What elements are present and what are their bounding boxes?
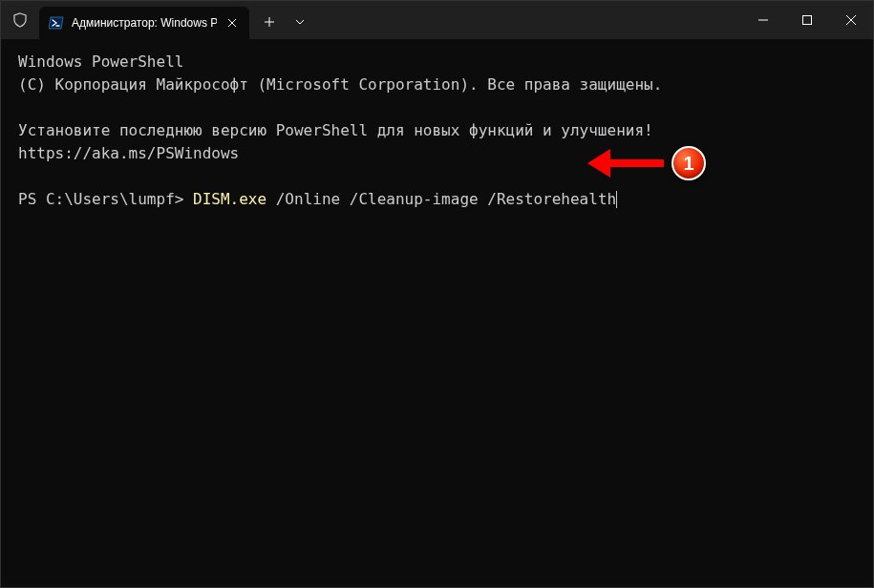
- command-executable: DISM.exe: [193, 190, 266, 208]
- terminal-content[interactable]: Windows PowerShell (C) Корпорация Майкро…: [1, 39, 873, 222]
- tab-powershell[interactable]: Администратор: Windows Po: [39, 7, 249, 39]
- prompt-text: PS C:\Users\lumpf>: [18, 190, 193, 208]
- titlebar-left: Администратор: Windows Po: [1, 1, 741, 39]
- blank-line: [18, 96, 856, 119]
- tab-title: Администратор: Windows Po: [72, 16, 217, 30]
- new-tab-button[interactable]: [253, 6, 286, 38]
- tab-dropdown-button[interactable]: [286, 6, 314, 38]
- terminal-output-line: Windows PowerShell: [18, 51, 856, 74]
- minimize-button[interactable]: [741, 1, 785, 39]
- app-shield-icon: [1, 1, 39, 39]
- cursor: [616, 191, 617, 208]
- titlebar: Администратор: Windows Po: [1, 1, 873, 39]
- window-controls: [741, 1, 873, 39]
- powershell-icon: [49, 15, 64, 31]
- terminal-prompt-line: PS C:\Users\lumpf> DISM.exe /Online /Cle…: [18, 188, 856, 211]
- tab-close-button[interactable]: [224, 15, 240, 31]
- command-arguments: /Online /Cleanup-image /Restorehealth: [266, 190, 616, 208]
- svg-rect-0: [803, 16, 812, 25]
- terminal-output-line: (C) Корпорация Майкрософт (Microsoft Cor…: [18, 74, 856, 96]
- terminal-output-line: Установите последнюю версию PowerShell д…: [18, 119, 856, 165]
- close-button[interactable]: [829, 1, 873, 39]
- blank-line: [18, 165, 856, 188]
- maximize-button[interactable]: [785, 1, 829, 39]
